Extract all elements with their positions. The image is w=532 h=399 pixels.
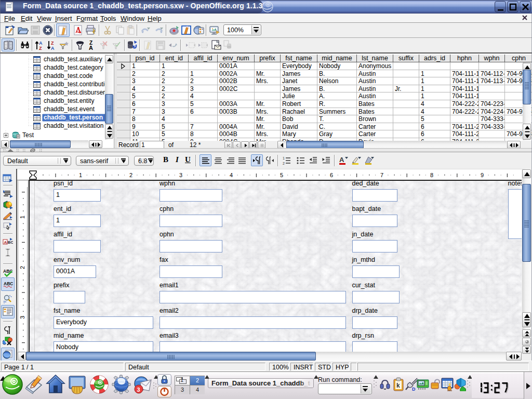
svg-text:5: 5	[280, 172, 283, 178]
svg-text:2: 2	[283, 162, 285, 165]
svg-text:8: 8	[430, 172, 433, 178]
svg-text:4: 4	[230, 172, 233, 178]
svg-text:6: 6	[330, 172, 333, 178]
svg-text:D: D	[412, 387, 416, 392]
svg-text:1: 1	[79, 172, 82, 178]
svg-text:A: A	[39, 41, 43, 46]
svg-text:k: k	[396, 382, 400, 389]
svg-text:A: A	[89, 45, 93, 51]
svg-text:3: 3	[137, 387, 140, 393]
svg-text:A: A	[339, 156, 344, 164]
svg-text:BC: BC	[8, 240, 14, 245]
svg-text:Z: Z	[39, 46, 42, 51]
svg-text:1: 1	[19, 216, 25, 219]
svg-text:Z: Z	[51, 41, 54, 46]
svg-text:1: 1	[283, 156, 285, 160]
svg-text:2: 2	[19, 266, 25, 269]
svg-text:A: A	[51, 46, 55, 51]
svg-text:A: A	[4, 240, 7, 245]
svg-text:3: 3	[179, 172, 182, 178]
svg-text:7: 7	[380, 172, 383, 178]
svg-text:ABC: ABC	[4, 281, 13, 286]
svg-text:9: 9	[481, 172, 484, 178]
svg-text:3: 3	[19, 316, 25, 319]
svg-text:2: 2	[129, 172, 132, 178]
